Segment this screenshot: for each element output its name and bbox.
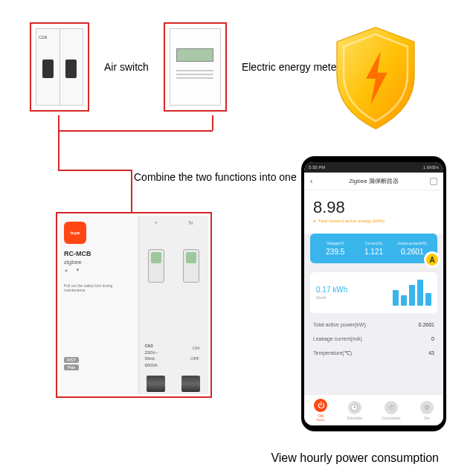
energy-meter-label: Electric energy meter xyxy=(242,61,340,73)
stat-label: Voltage(V) xyxy=(316,241,355,245)
shield-icon xyxy=(327,22,424,134)
energy-meter-box xyxy=(164,22,227,112)
phone-mockup: 5:35 PM 1.6KB/s ‹ Zigbee 漏保断路器 8.98 Tota… xyxy=(301,156,446,431)
n-mark: N xyxy=(188,219,193,226)
stat-label: Current(A) xyxy=(355,241,393,245)
nav-power[interactable]: ⏻ ON Power xyxy=(314,399,327,422)
chart-card[interactable]: 0.17 kWh Month xyxy=(310,272,437,313)
on-off-label: ON OFF xyxy=(190,346,199,361)
pair-button: Pair xyxy=(64,364,79,370)
breaker-protocol: zigbee xyxy=(64,259,134,266)
gear-icon: ⚙ xyxy=(420,401,434,414)
main-breaker: tuya RC-MCB zigbee ▲ ▼ Pull out the safe… xyxy=(56,212,212,398)
terminal xyxy=(181,376,200,392)
breaker-specs: C63 230V~ 50Hz 6000A xyxy=(145,343,158,368)
edit-icon[interactable] xyxy=(430,178,437,185)
caption: View hourly power consumption xyxy=(271,451,439,465)
wire-segment xyxy=(131,170,132,213)
air-switch-box: C16 xyxy=(30,22,89,112)
app-title: Zigbee 漏保断路器 xyxy=(349,177,399,185)
air-switch-rating: C16 xyxy=(39,35,47,39)
energy-value: 8.98 xyxy=(313,198,434,217)
timer-icon: ⏱ xyxy=(385,401,398,414)
chart-bars xyxy=(393,280,431,306)
combine-label: Combine the two functions into one xyxy=(134,171,297,183)
breaker-toggle xyxy=(148,249,164,283)
clock-icon: 🕑 xyxy=(348,401,361,414)
nav-set[interactable]: ⚙ Set xyxy=(420,401,434,420)
breaker-model: RC-MCB xyxy=(64,250,134,257)
breaker-toggle xyxy=(183,249,199,283)
rst-button: RST xyxy=(64,357,79,363)
tuya-badge: tuya xyxy=(64,222,86,244)
main-reading: 8.98 Total forward active energy (kWh) xyxy=(304,190,443,234)
wire-segment xyxy=(212,115,213,130)
power-icon: ⏻ xyxy=(314,399,327,412)
stat-label: Active power(kW) xyxy=(393,241,431,245)
stat-value: 1.121 xyxy=(355,248,393,256)
back-icon[interactable]: ‹ xyxy=(310,177,312,185)
nav-countdown[interactable]: ⏱ Countdown xyxy=(382,401,400,420)
wire-segment xyxy=(58,170,132,171)
phone-screen: 5:35 PM 1.6KB/s ‹ Zigbee 漏保断路器 8.98 Tota… xyxy=(304,162,443,425)
energy-sublabel: Total forward active energy (kWh) xyxy=(313,219,434,223)
a-badge[interactable]: A xyxy=(424,251,440,268)
chart-value: 0.17 kWh xyxy=(316,286,347,294)
plus-mark: + xyxy=(154,219,158,226)
air-switch-label: Air switch xyxy=(104,61,149,73)
terminal xyxy=(147,376,165,392)
status-bar: 5:35 PM 1.6KB/s xyxy=(304,162,443,173)
metric-row: Temperature(℃) 43 xyxy=(310,346,437,361)
nav-schedule[interactable]: 🕑 Schedule xyxy=(347,401,362,420)
stats-card: Voltage(V) 239.5 Current(A) 1.121 Active… xyxy=(310,234,437,263)
bottom-nav: ⏻ ON Power 🕑 Schedule ⏱ Countdown ⚙ Set xyxy=(304,394,443,425)
wire-segment xyxy=(58,115,60,171)
safety-text: Pull out the safety lock during maintena… xyxy=(64,283,134,292)
metric-row: Leakage current(mA) 0 xyxy=(310,332,437,346)
metrics-list: Total active power(kW) 0.2601 Leakage cu… xyxy=(310,318,437,361)
wire-segment xyxy=(58,130,213,132)
stat-value: 239.5 xyxy=(316,248,355,256)
chart-period: Month xyxy=(316,295,347,300)
app-header: ‹ Zigbee 漏保断路器 xyxy=(304,173,443,190)
top-devices-row: C16 Air switch Electric energy meter xyxy=(30,22,340,112)
metric-row: Total active power(kW) 0.2601 xyxy=(310,318,437,332)
